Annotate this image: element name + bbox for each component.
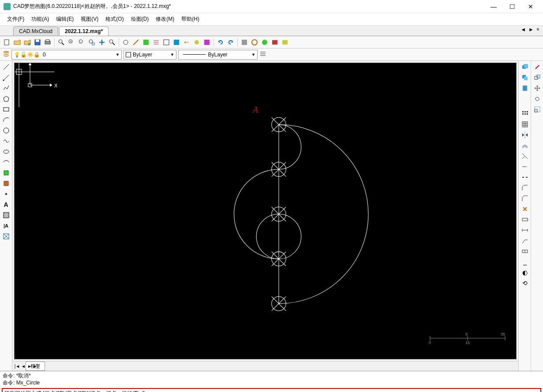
extend-icon[interactable] bbox=[521, 162, 529, 171]
layer-dropdown[interactable]: 💡🔓☀️🔒 0 ▼ bbox=[11, 50, 122, 60]
menu-modify[interactable]: 修改(M) bbox=[152, 14, 178, 25]
tool-13-icon[interactable] bbox=[270, 38, 279, 47]
tab-cloud[interactable]: CAD.MxCloud bbox=[13, 26, 58, 36]
mod-18-icon[interactable]: ◐ bbox=[521, 268, 529, 277]
layout-last-icon[interactable]: ►| bbox=[33, 364, 39, 369]
arc-tool[interactable] bbox=[2, 116, 11, 124]
zoom-in-icon[interactable]: + bbox=[67, 38, 76, 47]
new-icon[interactable] bbox=[3, 38, 11, 47]
layer-manager-icon[interactable] bbox=[3, 50, 10, 59]
open-icon[interactable] bbox=[13, 38, 22, 47]
make-block-tool[interactable] bbox=[2, 179, 11, 188]
trim-icon[interactable] bbox=[521, 152, 529, 161]
redo-icon[interactable] bbox=[226, 38, 235, 47]
zoom-extents-icon[interactable] bbox=[87, 38, 96, 47]
save-icon[interactable] bbox=[33, 38, 42, 47]
chamfer-icon[interactable] bbox=[521, 194, 529, 203]
tab-close-icon[interactable]: × bbox=[536, 26, 540, 33]
tool-01-icon[interactable] bbox=[121, 38, 130, 47]
dimension-icon[interactable] bbox=[521, 226, 529, 235]
color-dropdown[interactable]: ByLayer ▼ bbox=[124, 50, 176, 60]
zoom-realtime-icon[interactable] bbox=[108, 38, 116, 47]
rotate-tool[interactable] bbox=[533, 94, 542, 103]
minimize-button[interactable]: — bbox=[485, 1, 502, 12]
region-tool[interactable] bbox=[2, 232, 11, 241]
tool-12-icon[interactable] bbox=[260, 38, 269, 47]
tool-10-icon[interactable] bbox=[240, 38, 249, 47]
move-tool[interactable] bbox=[533, 84, 542, 93]
scale-tool[interactable] bbox=[533, 105, 542, 114]
tab-prev-icon[interactable]: ◄ bbox=[520, 26, 527, 33]
rectangle-tool[interactable] bbox=[2, 105, 11, 114]
erase-tool[interactable] bbox=[533, 63, 542, 71]
menu-help[interactable]: 帮助(H) bbox=[178, 14, 203, 25]
layout-next-icon[interactable]: ► bbox=[26, 364, 33, 369]
polygon-tool[interactable] bbox=[2, 94, 11, 103]
open-cloud-icon[interactable] bbox=[23, 38, 32, 47]
tool-14-icon[interactable] bbox=[281, 38, 289, 47]
break-icon[interactable] bbox=[521, 173, 529, 182]
copy-props-icon[interactable] bbox=[521, 73, 529, 82]
lineweight-icon[interactable] bbox=[259, 50, 266, 59]
mod-17-icon[interactable]: ⎯ bbox=[521, 258, 529, 266]
mod-19-icon[interactable]: ⟲ bbox=[521, 279, 529, 287]
tool-11-icon[interactable] bbox=[250, 38, 259, 47]
print-icon[interactable] bbox=[43, 38, 52, 47]
hatch-tool[interactable] bbox=[2, 211, 11, 220]
fillet-icon[interactable] bbox=[521, 183, 529, 192]
menu-edit[interactable]: 编辑(E) bbox=[52, 14, 77, 25]
tab-current-file[interactable]: 2022.1.12.mxg* bbox=[59, 26, 109, 36]
mtext-tool[interactable]: |A bbox=[2, 221, 11, 230]
linetype-preview bbox=[183, 54, 206, 55]
ellipse-arc-tool[interactable] bbox=[2, 158, 11, 167]
zoom-out-icon[interactable]: - bbox=[77, 38, 86, 47]
paste-icon[interactable] bbox=[521, 84, 529, 93]
drawing-canvas[interactable]: A X Y bbox=[14, 63, 517, 359]
tool-07-icon[interactable] bbox=[182, 38, 191, 47]
svg-rect-17 bbox=[143, 40, 149, 45]
tab-next-icon[interactable]: ► bbox=[528, 26, 535, 33]
tool-08-icon[interactable] bbox=[192, 38, 201, 47]
layout-prev-icon[interactable]: ◄ bbox=[20, 364, 26, 369]
tool-06-icon[interactable] bbox=[172, 38, 181, 47]
maximize-button[interactable]: ☐ bbox=[503, 1, 521, 12]
polyline-tool[interactable] bbox=[2, 84, 11, 93]
layout-first-icon[interactable]: |◄ bbox=[14, 364, 20, 369]
array-icon[interactable] bbox=[521, 109, 529, 118]
circle-tool[interactable] bbox=[2, 126, 11, 135]
layer-name: 0 bbox=[43, 52, 46, 58]
menu-view[interactable]: 视图(V) bbox=[77, 14, 102, 25]
svg-rect-78 bbox=[522, 218, 528, 221]
menu-draw[interactable]: 绘图(D) bbox=[127, 14, 153, 25]
leader-icon[interactable] bbox=[521, 236, 529, 245]
tool-03-icon[interactable] bbox=[142, 38, 150, 47]
text-tool[interactable]: A bbox=[2, 200, 11, 209]
stretch-icon[interactable] bbox=[521, 215, 529, 224]
point-tool[interactable] bbox=[2, 190, 11, 198]
ray-tool[interactable] bbox=[2, 73, 11, 82]
tool-04-icon[interactable] bbox=[152, 38, 161, 47]
mirror-icon[interactable] bbox=[521, 131, 529, 139]
menu-file[interactable]: 文件(F) bbox=[4, 14, 28, 25]
insert-block-tool[interactable] bbox=[2, 168, 11, 177]
close-button[interactable]: ✕ bbox=[522, 1, 539, 12]
copy-tool[interactable] bbox=[533, 73, 542, 82]
offset-icon[interactable] bbox=[521, 141, 529, 150]
zoom-window-icon[interactable] bbox=[57, 38, 66, 47]
line-tool[interactable] bbox=[2, 63, 11, 71]
ellipse-tool[interactable] bbox=[2, 147, 11, 156]
menu-format[interactable]: 格式(O) bbox=[102, 14, 127, 25]
tool-05-icon[interactable] bbox=[162, 38, 171, 47]
svg-point-23 bbox=[252, 40, 257, 45]
spline-tool[interactable] bbox=[2, 137, 11, 146]
undo-icon[interactable] bbox=[216, 38, 225, 47]
tool-02-icon[interactable] bbox=[131, 38, 140, 47]
menu-function[interactable]: 功能(A) bbox=[28, 14, 52, 25]
copy-layer-icon[interactable] bbox=[521, 63, 529, 71]
tool-09-icon[interactable] bbox=[202, 38, 211, 47]
explode-icon[interactable] bbox=[521, 205, 529, 213]
linetype-dropdown[interactable]: ByLayer ▼ bbox=[178, 50, 258, 60]
grid-icon[interactable] bbox=[521, 120, 529, 129]
tolerance-icon[interactable] bbox=[521, 247, 529, 256]
pan-icon[interactable] bbox=[97, 38, 106, 47]
